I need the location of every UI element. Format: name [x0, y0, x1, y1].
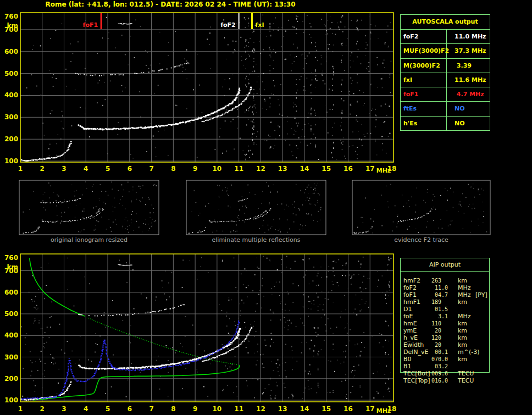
noise-speckle — [26, 15, 392, 161]
top-ionogram-plot: foF1foF2fxI123456789101112131415161718MH… — [4, 13, 396, 174]
svg-text:16: 16 — [343, 165, 353, 173]
aip-row-value: 016.0 — [431, 377, 448, 384]
aip-row-unit: MHz — [458, 313, 471, 320]
aip-row-label: hmF1 — [403, 298, 420, 306]
aip-row-label: B0 — [403, 356, 412, 363]
autoscala-row: MUF(3000)F237.3 MHz — [401, 43, 490, 58]
aip-row-value: 110 — [431, 320, 448, 327]
aip-row: hmF2263 km — [401, 277, 490, 284]
aip-row-value: 01.5 — [431, 306, 448, 313]
aip-row: B0070.0km — [401, 356, 490, 363]
svg-text:200: 200 — [4, 135, 18, 143]
aip-row: TEC[Bot]009.6TECU — [401, 370, 490, 377]
aip-row: B1 03.2 — [401, 363, 490, 370]
svg-text:15: 15 — [322, 165, 331, 173]
autoscala-row-label: h'Es — [401, 117, 447, 130]
aip-row-value: 00.1 — [431, 348, 448, 356]
autoscala-row: foF211.0 MHz — [401, 29, 490, 43]
aip-panel-title: AIP output — [401, 258, 489, 272]
svg-text:km: km — [7, 263, 18, 271]
svg-text:500: 500 — [4, 70, 18, 78]
svg-text:7: 7 — [149, 405, 153, 413]
marker-label-foF2: foF2 — [220, 21, 236, 29]
svg-text:600: 600 — [4, 48, 18, 56]
autoscala-row: fxI11.6 MHz — [401, 73, 490, 87]
aip-row-label: ymE — [403, 327, 417, 334]
aip-row-value: 20 — [431, 341, 448, 348]
svg-text:2: 2 — [40, 405, 45, 413]
plot-frame — [20, 13, 394, 162]
svg-text:9: 9 — [193, 405, 197, 413]
axis-labels: 123456789101112131415161718MHz7607006005… — [4, 13, 396, 174]
autoscala-panel-title: AUTOSCALA output — [401, 15, 490, 29]
autoscala-row-value: 11.0 MHz — [447, 30, 490, 43]
aip-row-unit: km — [458, 320, 467, 327]
aip-row-unit: km — [458, 341, 467, 348]
aip-row-unit: km — [458, 298, 467, 306]
svg-text:17: 17 — [365, 405, 375, 413]
aip-row-value: 120 — [431, 334, 448, 341]
aip-row-value: 11.0 — [431, 284, 448, 291]
svg-text:6: 6 — [128, 165, 132, 173]
svg-text:3: 3 — [62, 405, 66, 413]
autoscala-row: M(3000)F2 3.39 — [401, 58, 490, 73]
aip-row: TEC[Top]016.0TECU — [401, 377, 490, 384]
svg-text:8: 8 — [171, 405, 175, 413]
aip-row-value: 03.2 — [431, 363, 448, 370]
aip-row-value: 070.0 — [431, 356, 448, 363]
svg-text:11: 11 — [234, 165, 243, 173]
marker-fxI: fxI — [252, 13, 264, 29]
aip-row-unit: MHz — [458, 291, 471, 298]
svg-text:3: 3 — [62, 165, 66, 173]
autoscala-row-label: M(3000)F2 — [401, 59, 447, 73]
svg-text:8: 8 — [171, 165, 175, 173]
svg-text:5: 5 — [106, 405, 110, 413]
svg-text:10: 10 — [213, 405, 222, 413]
aip-row-unit: m^(-3) — [458, 348, 479, 356]
svg-text:14: 14 — [300, 165, 309, 173]
autoscala-row-label: foF2 — [401, 30, 447, 43]
aip-row-extra: [PY] — [475, 291, 487, 298]
thumbnail-caption-eliminate: eliminate multiple reflections — [186, 236, 326, 244]
aip-row-label: B1 — [403, 363, 412, 370]
aip-row-label: TEC[Top] — [403, 377, 430, 384]
svg-text:MHz: MHz — [376, 407, 391, 414]
aip-row-label: foE — [403, 313, 413, 320]
marker-foF1: foF1 — [83, 13, 102, 29]
svg-text:6: 6 — [128, 405, 132, 413]
axis-labels: 123456789101112131415161718MHz7607006005… — [4, 254, 396, 414]
aip-row: foF1 04.7MHz[PY] — [401, 291, 490, 298]
ionogram-echo-traces — [21, 23, 252, 162]
autoscala-row-label: foF1 — [401, 87, 447, 101]
aip-row-value: 263 — [431, 277, 448, 284]
aip-row-unit: km — [458, 356, 467, 363]
svg-text:400: 400 — [4, 91, 18, 99]
aip-row-unit: km — [458, 327, 467, 334]
autoscala-rows: foF211.0 MHzMUF(3000)F237.3 MHzM(3000)F2… — [401, 29, 490, 130]
svg-text:12: 12 — [256, 165, 265, 173]
svg-text:760: 760 — [4, 13, 18, 20]
svg-text:760: 760 — [4, 254, 18, 262]
aip-row-label: foF1 — [403, 291, 417, 298]
autoscala-row-value: 4.7 MHz — [447, 87, 490, 101]
svg-text:7: 7 — [149, 165, 153, 173]
svg-text:12: 12 — [256, 405, 265, 413]
aip-row-value: 04.7 — [431, 291, 448, 298]
aip-row-unit: MHz — [458, 284, 471, 291]
autoscala-row-value: NO — [447, 117, 490, 130]
svg-text:9: 9 — [193, 165, 197, 173]
autoscala-row-label: MUF(3000)F2 — [401, 44, 447, 58]
aip-row-unit: TECU — [458, 377, 474, 384]
aip-row-unit: km — [458, 277, 467, 284]
ionogram-echo-traces — [20, 264, 252, 401]
autoscala-row-label: fxI — [401, 73, 447, 87]
svg-text:10: 10 — [213, 165, 222, 173]
svg-text:4: 4 — [84, 165, 88, 173]
svg-text:300: 300 — [4, 353, 18, 361]
svg-text:500: 500 — [4, 310, 18, 318]
aip-row: ymE 20 km — [401, 327, 490, 334]
svg-text:600: 600 — [4, 289, 18, 296]
autoscala-row-value: 3.39 — [447, 59, 490, 73]
aip-output-panel: AIP output hmF2263 kmfoF2 11.0MHzfoF1 04… — [400, 258, 490, 373]
svg-text:200: 200 — [4, 375, 18, 383]
